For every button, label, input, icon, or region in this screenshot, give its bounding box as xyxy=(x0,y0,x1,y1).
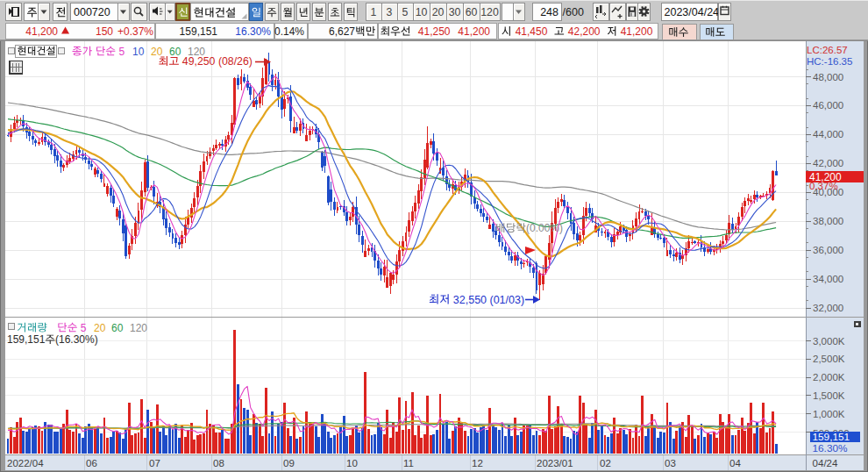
svg-text:09: 09 xyxy=(283,458,295,468)
svg-text:000720: 000720 xyxy=(74,6,110,18)
svg-text:36,000: 36,000 xyxy=(813,245,843,255)
svg-text:32,550: 32,550 xyxy=(453,294,487,306)
svg-text:248: 248 xyxy=(540,6,559,18)
svg-text:41,200: 41,200 xyxy=(621,25,653,38)
svg-text:32,000: 32,000 xyxy=(813,303,843,313)
svg-text:04: 04 xyxy=(729,458,741,468)
svg-text:08: 08 xyxy=(213,458,224,468)
svg-text:07: 07 xyxy=(149,458,160,468)
svg-text:3: 3 xyxy=(387,6,393,18)
svg-text:48,000: 48,000 xyxy=(813,72,843,82)
svg-text:06: 06 xyxy=(86,458,97,468)
svg-text:49,250: 49,250 xyxy=(182,55,216,68)
svg-text:+0.37%: +0.37% xyxy=(117,25,153,38)
svg-text:16.30%: 16.30% xyxy=(813,442,849,454)
svg-text:0.37%: 0.37% xyxy=(809,181,838,191)
svg-text:03: 03 xyxy=(665,458,676,468)
svg-text:60: 60 xyxy=(111,322,124,334)
svg-text:42,200: 42,200 xyxy=(568,25,601,38)
svg-text:LC:26.57: LC:26.57 xyxy=(807,45,848,55)
svg-text:34,000: 34,000 xyxy=(813,274,843,284)
svg-text:5: 5 xyxy=(81,322,87,334)
svg-text:1: 1 xyxy=(371,6,377,18)
svg-text:1,000K: 1,000K xyxy=(813,409,845,419)
svg-text:38,000: 38,000 xyxy=(813,216,843,226)
svg-text:2,500K: 2,500K xyxy=(813,354,845,364)
svg-text:60: 60 xyxy=(169,46,181,58)
svg-text:20: 20 xyxy=(94,322,106,334)
svg-text:120: 120 xyxy=(130,322,147,334)
svg-text:120: 120 xyxy=(480,6,499,18)
svg-text:2023/01: 2023/01 xyxy=(537,458,573,468)
svg-text:1,500K: 1,500K xyxy=(813,390,845,401)
svg-text:159,151: 159,151 xyxy=(180,25,218,38)
svg-text:20: 20 xyxy=(151,46,163,58)
svg-text:2023/04/24: 2023/04/24 xyxy=(665,6,720,18)
svg-text:41,250: 41,250 xyxy=(418,25,451,38)
svg-text:41,200: 41,200 xyxy=(458,25,490,38)
svg-text:44,000: 44,000 xyxy=(813,129,843,139)
svg-text:10: 10 xyxy=(346,458,358,468)
svg-text:42,000: 42,000 xyxy=(813,158,843,168)
svg-text:10: 10 xyxy=(132,46,145,58)
svg-text:5: 5 xyxy=(402,6,409,18)
svg-text:20: 20 xyxy=(432,6,445,18)
svg-text:6,627: 6,627 xyxy=(329,25,355,38)
svg-text:2,000K: 2,000K xyxy=(813,372,845,383)
svg-text:HC:-16.35: HC:-16.35 xyxy=(807,56,852,67)
svg-text:46,000: 46,000 xyxy=(813,100,843,111)
svg-text:10: 10 xyxy=(416,6,428,18)
svg-text:41,200: 41,200 xyxy=(25,25,58,38)
svg-text:5: 5 xyxy=(118,46,125,58)
svg-text:150: 150 xyxy=(96,25,113,38)
svg-text:3,000K: 3,000K xyxy=(813,336,845,347)
svg-text:60: 60 xyxy=(466,6,478,18)
svg-text:41,450: 41,450 xyxy=(516,25,548,38)
svg-text:(08/26): (08/26) xyxy=(218,55,253,68)
svg-text:159,151: 159,151 xyxy=(7,333,46,346)
svg-text:12: 12 xyxy=(472,458,483,468)
svg-text:16.30%: 16.30% xyxy=(235,25,271,38)
svg-text:0.14%: 0.14% xyxy=(274,25,304,38)
svg-text:02: 02 xyxy=(600,458,611,468)
svg-text:(01/03): (01/03) xyxy=(490,294,525,306)
svg-text:30: 30 xyxy=(449,6,461,18)
svg-text:04/24: 04/24 xyxy=(813,458,838,468)
svg-text:2022/04: 2022/04 xyxy=(7,458,44,468)
svg-text:11: 11 xyxy=(403,458,414,468)
svg-text:(0.00%): (0.00%) xyxy=(526,222,563,234)
svg-text:/600: /600 xyxy=(563,6,584,18)
svg-text:(16.30%): (16.30%) xyxy=(55,333,98,346)
